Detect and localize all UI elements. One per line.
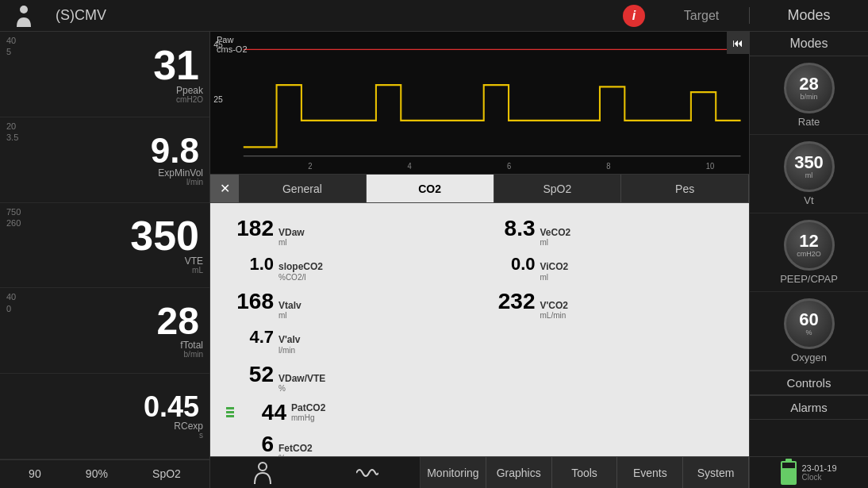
peep-value: 12 xyxy=(799,232,818,250)
spo2-label: SpO2 xyxy=(152,467,181,480)
vco2-row: 232 V'CO2 mL/min xyxy=(488,289,734,321)
oxygen-value: 60 xyxy=(799,311,818,329)
veco2-value: 8.3 xyxy=(488,216,536,241)
rcexp-label: RCexp xyxy=(6,421,203,431)
slopeco2-row: 1.0 slopeCO2 %CO2/l xyxy=(226,254,472,282)
svg-text:6: 6 xyxy=(507,162,511,171)
vte-label: VTE xyxy=(6,256,203,266)
nav-tools[interactable]: Tools xyxy=(552,457,618,488)
vico2-name: ViCO2 xyxy=(540,261,569,272)
nav-events[interactable]: Events xyxy=(617,457,683,488)
vte-range: 750 260 xyxy=(6,206,21,229)
tab-pes[interactable]: Pes xyxy=(621,175,749,202)
rate-dial[interactable]: 28 b/min xyxy=(784,63,835,113)
modes-button[interactable]: Modes xyxy=(749,7,868,24)
vtalv-value: 168 xyxy=(226,289,274,314)
vdaw-row: 182 VDaw ml xyxy=(226,216,472,248)
controls-button[interactable]: Controls xyxy=(750,371,868,395)
patco2-name: PatCO2 xyxy=(291,402,325,413)
expminvol-block[interactable]: 20 3.5 9.8 ExpMinVol l/min xyxy=(0,117,209,203)
slopeco2-name: slopeCO2 xyxy=(278,261,323,272)
vte-unit: mL xyxy=(6,266,203,275)
ppeak-label: Ppeak xyxy=(6,86,203,95)
rate-label: Rate xyxy=(798,116,820,128)
modes-title: Modes xyxy=(750,32,868,56)
tab-close-button[interactable]: ✕ xyxy=(210,175,239,202)
patient-icon xyxy=(0,5,48,27)
ppeak-block[interactable]: 40 5 31 Ppeak cmH2O xyxy=(0,32,209,117)
vt-dial[interactable]: 350 ml xyxy=(784,141,835,192)
peep-dial[interactable]: 12 cmH2O xyxy=(784,220,835,271)
nav-system[interactable]: System xyxy=(683,457,749,488)
patco2-value: 44 xyxy=(239,400,286,425)
rcexp-block[interactable]: 0.45 RCexp s xyxy=(0,374,209,459)
tab-general[interactable]: General xyxy=(239,175,367,202)
clock-label: Clock xyxy=(801,473,836,482)
waveform-collapse-button[interactable]: ⏮ xyxy=(727,32,749,54)
right-bottom: Controls Alarms xyxy=(750,371,868,456)
svg-text:2: 2 xyxy=(308,162,312,171)
ftotal-block[interactable]: 40 0 28 fTotal b/min xyxy=(0,288,209,374)
vico2-row: 0.0 ViCO2 ml xyxy=(488,254,734,282)
alarms-button[interactable]: Alarms xyxy=(750,395,868,420)
vte-value: 350 xyxy=(6,215,203,256)
bottom-nav-icons xyxy=(210,457,421,488)
spo2-low: 90 xyxy=(29,467,41,480)
person-icon-button[interactable] xyxy=(248,460,277,486)
rcexp-unit: s xyxy=(6,431,203,440)
vdawvte-name: VDaw/VTE xyxy=(278,373,325,384)
rate-dial-block[interactable]: 28 b/min Rate xyxy=(750,56,868,135)
valv-name: V'alv xyxy=(278,334,301,345)
expminvol-value: 9.8 xyxy=(6,133,203,168)
vdaw-value: 182 xyxy=(226,216,274,241)
vt-dial-block[interactable]: 350 ml Vt xyxy=(750,135,868,213)
fetco2-value: 6 xyxy=(226,432,274,456)
oxygen-label: Oxygen xyxy=(791,352,827,363)
info-button[interactable]: i xyxy=(623,5,645,27)
vtalv-row: 168 Vtalv ml xyxy=(226,289,472,321)
fetco2-row: 6 FetCO2 % xyxy=(226,432,472,456)
oxygen-unit: % xyxy=(805,329,812,337)
vico2-value: 0.0 xyxy=(488,254,536,275)
vdaw-name: VDaw xyxy=(278,227,305,238)
expminvol-range: 20 3.5 xyxy=(6,121,18,144)
peep-dial-block[interactable]: 12 cmH2O PEEP/CPAP xyxy=(750,213,868,292)
patco2-row: 44 PatCO2 mmHg xyxy=(226,400,472,425)
ftotal-range: 40 0 xyxy=(6,291,16,314)
peep-label: PEEP/CPAP xyxy=(780,273,838,285)
co2-data-panel: 182 VDaw ml 8.3 VeCO2 ml 1.0 xyxy=(210,203,749,456)
tabs-bar: ✕ General CO2 SpO2 Pes xyxy=(210,175,749,203)
vte-block[interactable]: 750 260 350 VTE mL xyxy=(0,203,209,289)
nav-monitoring[interactable]: Monitoring xyxy=(421,457,486,488)
oxygen-dial[interactable]: 60 % xyxy=(784,298,835,349)
info-area: i xyxy=(614,5,654,27)
battery-icon xyxy=(781,461,797,485)
vt-unit: ml xyxy=(805,171,813,180)
patco2-unit: mmHg xyxy=(291,413,325,423)
svg-text:25: 25 xyxy=(213,94,223,104)
vco2-name: V'CO2 xyxy=(540,300,569,311)
oxygen-dial-block[interactable]: 60 % Oxygen xyxy=(750,292,868,371)
spo2-pct: 90% xyxy=(86,467,108,480)
tab-spo2[interactable]: SpO2 xyxy=(494,175,622,202)
vdawvte-row: 52 VDaw/VTE % xyxy=(226,362,472,394)
rate-value: 28 xyxy=(799,75,818,93)
svg-text:8: 8 xyxy=(606,162,610,171)
fetco2-name: FetCO2 xyxy=(278,443,313,454)
target-button[interactable]: Target xyxy=(654,9,749,23)
peep-unit: cmH2O xyxy=(797,250,821,259)
slopeco2-value: 1.0 xyxy=(226,254,274,275)
bottom-nav: Monitoring Graphics Tools Events System xyxy=(210,456,749,488)
nav-graphics[interactable]: Graphics xyxy=(486,457,552,488)
vtalv-unit: ml xyxy=(278,311,301,321)
tab-co2[interactable]: CO2 xyxy=(367,175,494,202)
waveform-area: Paw cms-O2 45 25 2 4 6 8 10 ⏮ xyxy=(210,32,749,175)
vdawvte-value: 52 xyxy=(226,362,274,387)
vt-label: Vt xyxy=(804,194,813,206)
ftotal-label: fTotal xyxy=(6,340,203,350)
main-content: 40 5 31 Ppeak cmH2O 20 3.5 9.8 ExpMinVol… xyxy=(0,32,868,488)
slopeco2-unit: %CO2/l xyxy=(278,273,323,282)
wave-icon-button[interactable] xyxy=(353,460,382,486)
ppeak-range: 40 5 xyxy=(6,35,16,58)
svg-point-0 xyxy=(20,6,28,13)
